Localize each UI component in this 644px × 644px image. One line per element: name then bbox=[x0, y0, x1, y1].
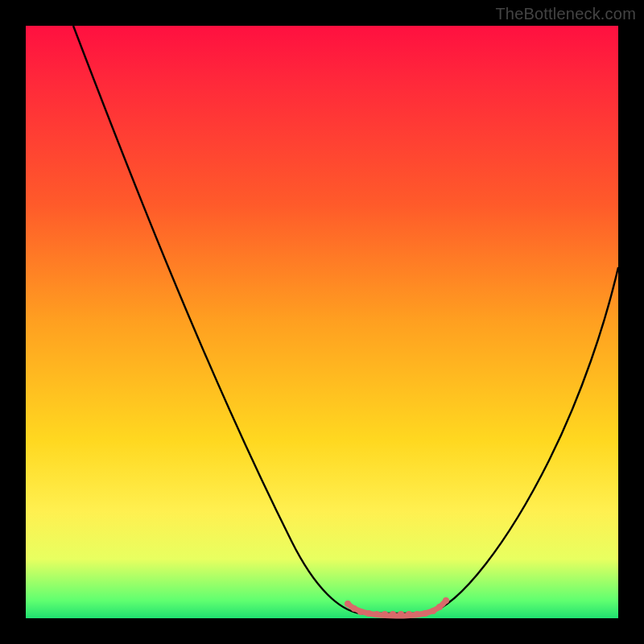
flat-minimum-markers bbox=[345, 597, 449, 617]
curve-right-branch bbox=[428, 267, 618, 613]
watermark-text: TheBottleneck.com bbox=[495, 5, 636, 23]
bottleneck-curve bbox=[26, 26, 618, 618]
chart-frame: TheBottleneck.com bbox=[0, 0, 644, 644]
curve-left-branch bbox=[73, 26, 360, 613]
plot-area bbox=[26, 26, 618, 618]
